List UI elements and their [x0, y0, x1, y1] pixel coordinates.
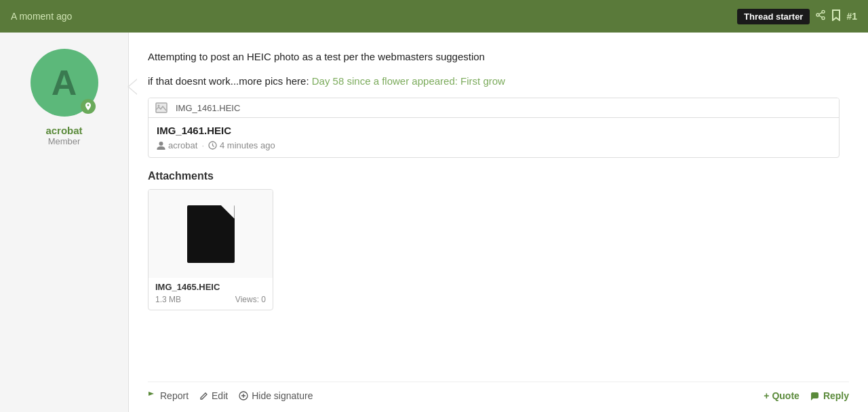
file-card-name: IMG_1465.HEIC — [155, 282, 266, 292]
avatar: A — [31, 49, 98, 117]
post-link[interactable]: Day 58 since a flower appeared: First gr… — [312, 75, 505, 87]
svg-line-4 — [819, 12, 823, 14]
user-badge-icon — [81, 99, 96, 114]
post-content-area: Attempting to post an HEIC photo as a te… — [129, 33, 868, 412]
username[interactable]: acrobat — [45, 125, 82, 136]
attachment-time-icon: 4 minutes ago — [208, 140, 275, 150]
quote-button[interactable]: + Quote — [764, 390, 800, 401]
bookmark-icon[interactable] — [831, 9, 841, 24]
thread-starter-badge: Thread starter — [737, 9, 810, 24]
file-card-meta: 1.3 MB Views: 0 — [155, 295, 266, 304]
attachment-name: IMG_1461.HEIC — [157, 125, 831, 136]
share-icon[interactable] — [815, 9, 826, 23]
top-bar-right: Thread starter #1 — [737, 9, 857, 24]
avatar-letter: A — [52, 62, 77, 103]
post-text-line1: Attempting to post an HEIC photo as a te… — [148, 49, 849, 65]
post-number: #1 — [846, 11, 857, 22]
broken-image-icon — [155, 102, 170, 113]
action-left-group: Report Edit Hide signature — [148, 390, 313, 401]
attachment-card: IMG_1461.HEIC IMG_1461.HEIC acrobat · 4 … — [148, 98, 840, 158]
file-icon — [187, 205, 235, 263]
post-actions: Report Edit Hide signature + Quote — [148, 382, 849, 401]
svg-line-3 — [819, 16, 823, 18]
top-bar: A moment ago Thread starter #1 — [0, 0, 868, 33]
post-timestamp: A moment ago — [11, 11, 72, 22]
attachment-file-card[interactable]: IMG_1465.HEIC 1.3 MB Views: 0 — [148, 189, 273, 310]
hide-signature-button[interactable]: Hide signature — [239, 390, 313, 401]
attachment-info: IMG_1461.HEIC acrobat · 4 minutes ago — [149, 117, 839, 157]
sidebar-notch-inner — [129, 79, 138, 94]
attachments-heading: Attachments — [148, 170, 849, 182]
action-right-group: + Quote Reply — [764, 390, 849, 401]
file-card-info: IMG_1465.HEIC 1.3 MB Views: 0 — [149, 278, 273, 310]
file-views: Views: 0 — [235, 295, 266, 304]
attachment-filename-top: IMG_1461.HEIC — [176, 103, 240, 113]
edit-button[interactable]: Edit — [199, 390, 228, 401]
user-role: Member — [48, 136, 81, 146]
user-sidebar: A acrobat Member — [0, 33, 129, 412]
attachment-preview-row: IMG_1461.HEIC — [149, 98, 839, 117]
file-size: 1.3 MB — [155, 295, 181, 304]
attachment-uploader-icon: acrobat — [157, 140, 197, 150]
report-button[interactable]: Report — [148, 390, 189, 401]
reply-button[interactable]: Reply — [810, 390, 849, 401]
attachments-section: Attachments IMG_1465.HEIC 1.3 MB Views: … — [148, 170, 849, 310]
attachment-meta: acrobat · 4 minutes ago — [157, 140, 831, 150]
post-text-line2: if that doesnt work...more pics here: Da… — [148, 73, 849, 89]
file-icon-area — [149, 190, 273, 278]
svg-point-6 — [158, 105, 160, 107]
